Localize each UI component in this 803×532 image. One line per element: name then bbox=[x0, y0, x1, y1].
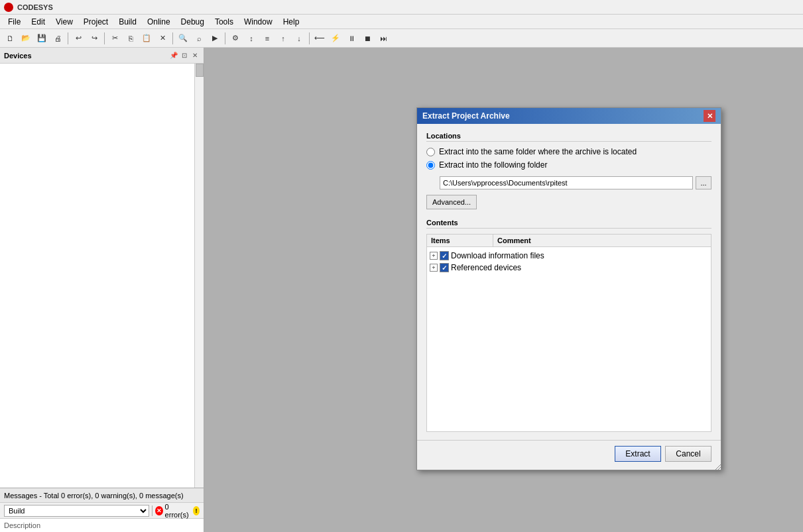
radio-following-folder[interactable]: Extract into the following folder bbox=[426, 160, 711, 170]
title-bar: CODESYS bbox=[0, 0, 803, 15]
toolbar-btn1[interactable]: ▶ bbox=[208, 31, 222, 46]
toolbar-find2[interactable]: ⌕ bbox=[192, 31, 206, 46]
menu-window[interactable]: Window bbox=[239, 16, 278, 28]
panel-pin-btn[interactable]: 📌 bbox=[169, 51, 178, 60]
toolbar-paste[interactable]: 📋 bbox=[139, 31, 154, 46]
panel-controls: 📌 ⊡ ✕ bbox=[169, 51, 200, 60]
radio-same-folder-input[interactable] bbox=[426, 148, 435, 156]
radio-following-folder-input[interactable] bbox=[426, 161, 435, 170]
build-sep bbox=[152, 505, 153, 516]
toolbar-delete[interactable]: ✕ bbox=[155, 31, 170, 46]
cancel-btn[interactable]: Cancel bbox=[665, 446, 711, 462]
center-area: Extract Project Archive ✕ Locations Extr… bbox=[204, 48, 803, 532]
devices-panel-header: Devices 📌 ⊡ ✕ bbox=[0, 48, 204, 64]
messages-bar: Messages - Total 0 error(s), 0 warning(s… bbox=[0, 488, 204, 503]
menu-edit[interactable]: Edit bbox=[26, 16, 50, 28]
contents-section: Contents Items Comment + ✓ Download info… bbox=[426, 219, 711, 432]
advanced-btn[interactable]: Advanced... bbox=[426, 195, 477, 209]
extract-dialog: Extract Project Archive ✕ Locations Extr… bbox=[416, 107, 721, 470]
toolbar-btn4[interactable]: ≡ bbox=[260, 31, 275, 46]
tree-expander-2[interactable]: + bbox=[430, 264, 438, 272]
col-comment-header: Comment bbox=[493, 235, 711, 246]
toolbar: 🗋 📂 💾 🖨 ↩ ↪ ✂ ⎘ 📋 ✕ 🔍 ⌕ ▶ ⚙ ↕ ≡ ↑ ↓ ⟵ ⚡ … bbox=[0, 29, 803, 48]
dialog-titlebar: Extract Project Archive ✕ bbox=[417, 108, 721, 124]
dialog-close-btn[interactable]: ✕ bbox=[704, 110, 715, 122]
menu-build[interactable]: Build bbox=[113, 16, 142, 28]
devices-panel-title: Devices bbox=[4, 52, 32, 60]
toolbar-cut[interactable]: ✂ bbox=[107, 31, 122, 46]
devices-panel-content bbox=[0, 64, 204, 488]
toolbar-undo[interactable]: ↩ bbox=[71, 31, 86, 46]
radio-following-folder-label: Extract into the following folder bbox=[439, 160, 547, 170]
check-mark-1: ✓ bbox=[442, 252, 447, 260]
panel-undock-btn[interactable]: ⊡ bbox=[180, 51, 189, 60]
toolbar-btn2[interactable]: ⚙ bbox=[228, 31, 243, 46]
toolbar-btn6[interactable]: ↓ bbox=[292, 31, 306, 46]
svg-line-0 bbox=[715, 464, 721, 470]
menu-view[interactable]: View bbox=[50, 16, 78, 28]
toolbar-sep4 bbox=[225, 32, 225, 44]
menu-help[interactable]: Help bbox=[278, 16, 305, 28]
tree-item-1: + ✓ Download information files bbox=[427, 250, 711, 262]
dialog-body: Locations Extract into the same folder w… bbox=[417, 124, 721, 440]
radio-group: Extract into the same folder where the a… bbox=[426, 147, 711, 170]
warning-icon: ! bbox=[193, 506, 200, 515]
resize-icon bbox=[713, 462, 721, 470]
toolbar-btn7[interactable]: ⚡ bbox=[328, 31, 343, 46]
tree-item-2: + ✓ Referenced devices bbox=[427, 262, 711, 274]
resize-handle[interactable] bbox=[713, 462, 721, 470]
toolbar-step[interactable]: ⏭ bbox=[376, 31, 391, 46]
path-input[interactable] bbox=[440, 176, 693, 189]
browse-btn[interactable]: ... bbox=[696, 176, 711, 189]
dialog-footer: Extract Cancel bbox=[417, 440, 721, 470]
error-icon: ✕ bbox=[155, 506, 163, 515]
menu-debug[interactable]: Debug bbox=[176, 16, 210, 28]
item-label-1: Download information files bbox=[451, 251, 544, 260]
checkbox-1[interactable]: ✓ bbox=[440, 251, 449, 260]
error-badge: ✕ 0 error(s) bbox=[155, 503, 190, 519]
menu-project[interactable]: Project bbox=[78, 16, 113, 28]
path-row: ... bbox=[426, 176, 711, 189]
radio-same-folder[interactable]: Extract into the same folder where the a… bbox=[426, 147, 711, 156]
description-label: Description bbox=[4, 521, 40, 529]
toolbar-btn5[interactable]: ↑ bbox=[276, 31, 290, 46]
dialog-title: Extract Project Archive bbox=[422, 111, 510, 121]
extract-btn[interactable]: Extract bbox=[615, 446, 661, 462]
toolbar-sep5 bbox=[309, 32, 310, 44]
bottom-area: Messages - Total 0 error(s), 0 warning(s… bbox=[0, 488, 204, 532]
panel-close-btn[interactable]: ✕ bbox=[190, 51, 200, 60]
toolbar-btn9[interactable]: ⏹ bbox=[360, 31, 375, 46]
build-select[interactable]: Build bbox=[4, 505, 149, 517]
toolbar-btn8[interactable]: ⏸ bbox=[344, 31, 359, 46]
toolbar-cursor[interactable]: ⟵ bbox=[312, 31, 327, 46]
toolbar-sep1 bbox=[68, 32, 68, 44]
contents-list: + ✓ Download information files + ✓ Refer bbox=[426, 246, 711, 432]
item-label-2: Referenced devices bbox=[451, 263, 521, 272]
toolbar-find[interactable]: 🔍 bbox=[176, 31, 190, 46]
left-panel: Devices 📌 ⊡ ✕ Messages - Total 0 error(s… bbox=[0, 48, 204, 532]
radio-same-folder-label: Extract into the same folder where the a… bbox=[439, 147, 637, 156]
tree-expander-1[interactable]: + bbox=[430, 252, 438, 260]
menu-file[interactable]: File bbox=[3, 16, 26, 28]
main-layout: Devices 📌 ⊡ ✕ Messages - Total 0 error(s… bbox=[0, 48, 803, 532]
col-items-header: Items bbox=[427, 235, 493, 246]
scrollbar-thumb[interactable] bbox=[196, 64, 204, 77]
toolbar-save[interactable]: 💾 bbox=[34, 31, 49, 46]
app-title: CODESYS bbox=[17, 3, 53, 11]
check-mark-2: ✓ bbox=[442, 264, 447, 272]
toolbar-copy[interactable]: ⎘ bbox=[123, 31, 138, 46]
menu-online[interactable]: Online bbox=[142, 16, 176, 28]
toolbar-open[interactable]: 📂 bbox=[19, 31, 33, 46]
toolbar-new[interactable]: 🗋 bbox=[3, 31, 17, 46]
toolbar-redo[interactable]: ↪ bbox=[87, 31, 101, 46]
menu-bar: File Edit View Project Build Online Debu… bbox=[0, 15, 803, 29]
toolbar-sep3 bbox=[172, 32, 173, 44]
devices-scrollbar[interactable] bbox=[194, 64, 204, 488]
toolbar-sep2 bbox=[104, 32, 105, 44]
build-bar: Build ✕ 0 error(s) ! bbox=[0, 503, 204, 519]
toolbar-print[interactable]: 🖨 bbox=[50, 31, 65, 46]
messages-text: Messages - Total 0 error(s), 0 warning(s… bbox=[4, 492, 184, 500]
checkbox-2[interactable]: ✓ bbox=[440, 263, 449, 272]
toolbar-btn3[interactable]: ↕ bbox=[244, 31, 259, 46]
menu-tools[interactable]: Tools bbox=[210, 16, 239, 28]
